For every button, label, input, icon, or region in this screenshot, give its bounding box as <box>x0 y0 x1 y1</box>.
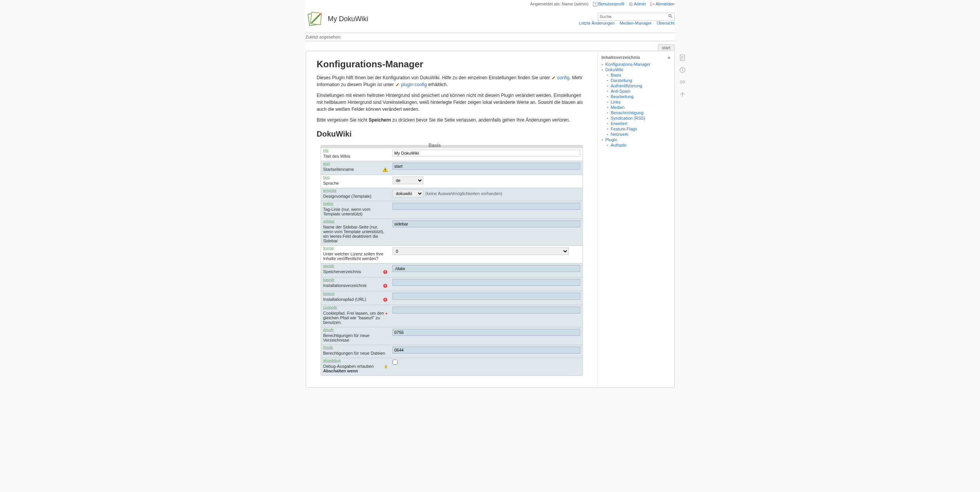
security-icon <box>384 364 388 369</box>
toc-link[interactable]: DokuWiki <box>606 67 623 72</box>
breadcrumb: Zuletzt angesehen: <box>306 33 675 41</box>
checkbox-allowdebug[interactable] <box>393 360 398 365</box>
dokuwiki-logo <box>306 10 324 28</box>
toc-link[interactable]: Konfigurations-Manager <box>606 62 651 67</box>
top-icon[interactable] <box>679 91 686 98</box>
row-lang: langSprache de <box>321 175 582 188</box>
toc-link[interactable]: Links <box>611 100 621 104</box>
page-title: Konfigurations-Manager <box>317 59 587 70</box>
toc-link[interactable]: Darstellung <box>611 78 632 83</box>
toc-link[interactable]: Erweitert <box>611 121 627 126</box>
fieldset-basis: Basis titleTitel des Wikis startStartsei… <box>321 142 583 376</box>
svg-point-6 <box>669 14 671 17</box>
row-baseurl: baseurlInstallationspfad (URL) <box>321 291 582 305</box>
toc-link[interactable]: Syndication (RSS) <box>611 116 646 120</box>
input-title[interactable] <box>393 150 580 157</box>
toc-link[interactable]: Benachrichtigung <box>611 110 644 115</box>
toc: Inhaltsverzeichnis Konfigurations-Manage… <box>597 51 674 387</box>
input-sidebar[interactable] <box>393 220 580 227</box>
chevron-up-icon[interactable] <box>667 57 671 58</box>
revisions-icon[interactable] <box>679 66 686 74</box>
profile-link[interactable]: Benutzerprofil <box>593 2 624 6</box>
row-start: startStartseitenname <box>321 161 582 175</box>
show-page-icon[interactable] <box>679 54 686 62</box>
row-basedir: basedirInstallationsverzeichnis <box>321 277 582 291</box>
sitemap-link[interactable]: Übersicht <box>657 21 674 25</box>
admin-link[interactable]: Admin <box>629 2 646 6</box>
user-tools: Angemeldet als: Name (admin) Benutzerpro… <box>306 0 675 8</box>
search-button[interactable] <box>667 13 674 20</box>
input-cookiedir[interactable] <box>393 307 580 314</box>
input-baseurl[interactable] <box>393 293 580 300</box>
page-tools-links: Letzte Änderungen Medien-Manager Übersic… <box>575 21 675 25</box>
row-fmode: fmodeBerechtigungen für neue Dateien <box>321 345 582 358</box>
toc-link[interactable]: Netzwerk <box>611 132 629 137</box>
row-title: titleTitel des Wikis <box>321 148 582 161</box>
row-sidebar: sidebarName der Sidebar-Seite (nur, wenn… <box>321 218 582 245</box>
interwiki-icon <box>395 83 400 87</box>
caution-icon <box>383 167 388 172</box>
input-fmode[interactable] <box>393 347 580 354</box>
input-basedir[interactable] <box>393 279 580 286</box>
select-template[interactable]: dokuwiki <box>393 190 423 197</box>
row-license: licenseUnter welcher Lizenz sollen Ihre … <box>321 245 582 263</box>
danger-icon <box>383 297 388 302</box>
logged-in-label: Angemeldet als: Name (admin) <box>530 2 589 6</box>
media-manager-link[interactable]: Medien-Manager <box>620 21 652 25</box>
toc-link[interactable]: Plugin <box>606 137 617 142</box>
toc-link[interactable]: Feature-Flags <box>611 127 637 131</box>
search-input[interactable] <box>598 13 667 20</box>
config-link[interactable]: config <box>557 75 569 80</box>
toc-link[interactable]: Basis <box>611 73 621 77</box>
section-dokuwiki: DokuWiki <box>317 130 587 138</box>
toc-link[interactable]: Medien <box>611 105 625 110</box>
logout-link[interactable]: Abmelden <box>650 2 675 6</box>
interwiki-icon <box>551 76 556 80</box>
toc-link[interactable]: Authpdo <box>611 143 627 147</box>
row-cookiedir: cookiedirCookiepfad. Frei lassen, um den… <box>321 305 582 327</box>
search-box <box>598 13 675 21</box>
svg-point-3 <box>630 4 631 5</box>
select-license[interactable]: 0 <box>393 247 569 255</box>
svg-rect-13 <box>385 366 387 368</box>
page-tools-side <box>679 54 686 98</box>
toc-link[interactable]: Anti-Spam <box>611 89 631 93</box>
row-allowdebug: allowdebugDebug-Ausgaben erlauben Abscha… <box>321 358 582 375</box>
row-tagline: taglineTag-Linie (nur, wenn vom Template… <box>321 201 582 218</box>
row-template: templateDesignvorlage (Template) dokuwik… <box>321 188 582 201</box>
template-note: (keine Auswahlmöglichkeiten vorhanden) <box>426 191 502 196</box>
input-start[interactable] <box>393 163 580 170</box>
danger-icon <box>385 311 388 316</box>
recent-changes-link[interactable]: Letzte Änderungen <box>579 21 615 25</box>
header: My DokuWiki Letzte Änderungen Medien-Man… <box>306 8 675 31</box>
row-dmode: dmodeBerechtigungen für neue Verzeichnis… <box>321 327 582 345</box>
select-lang[interactable]: de <box>393 177 423 184</box>
toc-link[interactable]: Bearbeitung <box>611 94 634 99</box>
input-dmode[interactable] <box>393 329 580 336</box>
main-content: Konfigurations-Manager Dieses Plugin hil… <box>306 51 597 387</box>
danger-icon <box>383 269 388 275</box>
row-savedir: savedirSpeicherverzeichnis <box>321 263 582 277</box>
backlinks-icon[interactable] <box>679 78 686 86</box>
tab-start[interactable]: start <box>658 44 674 51</box>
toc-link[interactable]: Authentifizierung <box>611 83 642 88</box>
site-name[interactable]: My DokuWiki <box>328 15 368 23</box>
plugin-config-link[interactable]: plugin:config <box>401 82 427 87</box>
svg-point-1 <box>594 3 596 4</box>
legend-basis: Basis <box>426 142 444 148</box>
input-savedir[interactable] <box>393 265 580 272</box>
danger-icon <box>383 283 388 289</box>
input-tagline[interactable] <box>393 203 580 210</box>
toc-title: Inhaltsverzeichnis <box>602 55 641 60</box>
